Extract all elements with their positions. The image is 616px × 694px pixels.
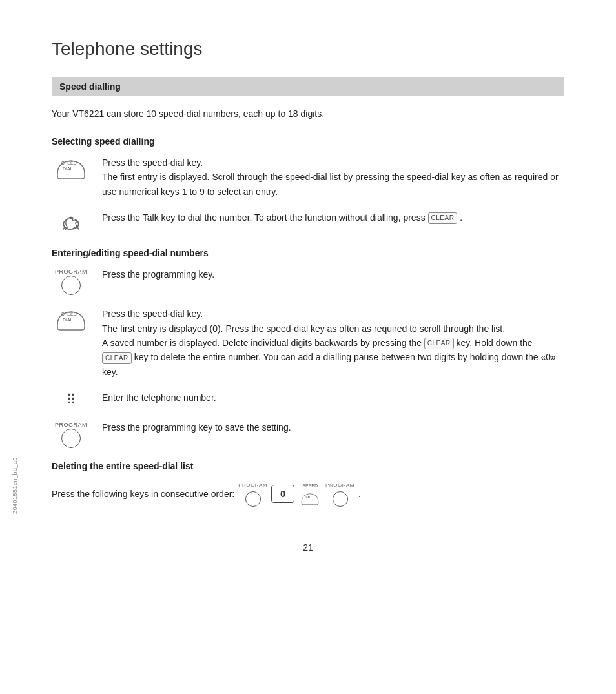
keypad-icon-area: ⠿ xyxy=(52,391,90,409)
svg-text:DIAL: DIAL xyxy=(63,318,73,322)
program-key-1: PROGRAM xyxy=(55,269,87,295)
talk-key-icon-area xyxy=(52,210,90,235)
entering-step4: PROGRAM Press the programming key to sav… xyxy=(52,420,564,448)
selecting-step2-text: Press the Talk key to dial the number. T… xyxy=(102,210,564,225)
program-key-icon-area-1: PROGRAM xyxy=(52,267,90,295)
deleting-speed-dial-key: SPEED DIAL xyxy=(298,482,322,505)
program-circle-2 xyxy=(61,429,81,448)
program-key-label-2: PROGRAM xyxy=(55,422,87,428)
entering-step2-text: Press the speed-dial key. The first entr… xyxy=(102,307,564,379)
deleting-text-post: . xyxy=(358,485,361,503)
speed-dial-key-icon-2: SPEED DIAL xyxy=(55,308,87,331)
section-header: Speed dialling xyxy=(52,77,564,96)
deleting-heading: Deleting the entire speed-dial list xyxy=(52,461,564,471)
entering-heading: Entering/editing speed-dial numbers xyxy=(52,248,564,258)
page-number: 21 xyxy=(52,542,564,553)
page-container: 20401551en_ba_a0 Telephone settings Spee… xyxy=(0,0,616,591)
svg-line-3 xyxy=(63,227,65,230)
program-key-label-1: PROGRAM xyxy=(55,269,87,275)
deleting-section: Deleting the entire speed-dial list Pres… xyxy=(52,461,564,507)
entering-step3-text: Enter the telephone number. xyxy=(102,391,564,405)
deleting-program-key-1: PROGRAM xyxy=(238,480,267,507)
deleting-zero-key: 0 xyxy=(271,485,294,503)
deleting-text-pre: Press the following keys in consecutive … xyxy=(52,485,234,503)
deleting-program-key-2: PROGRAM xyxy=(325,480,354,507)
program-key-icon-area-2: PROGRAM xyxy=(52,420,90,448)
deleting-speed-label: SPEED xyxy=(302,482,318,491)
deleting-speed-dial-svg: DIAL xyxy=(298,491,322,505)
entering-section: Entering/editing speed-dial numbers PROG… xyxy=(52,248,564,448)
svg-text:DIAL: DIAL xyxy=(63,167,73,171)
selecting-section: Selecting speed dialling SPEED DIAL Pres… xyxy=(52,136,564,235)
selecting-step2: Press the Talk key to dial the number. T… xyxy=(52,210,564,235)
deleting-program-label-1: PROGRAM xyxy=(238,480,267,491)
bottom-divider xyxy=(52,533,564,533)
selecting-step1: SPEED DIAL Press the speed-dial key. The… xyxy=(52,156,564,199)
selecting-step1-text: Press the speed-dial key. The first entr… xyxy=(102,156,564,199)
clear-badge-1: CLEAR xyxy=(428,212,458,224)
deleting-program-circle-2 xyxy=(333,491,348,507)
entering-step1-text: Press the programming key. xyxy=(102,267,564,281)
entering-step2: SPEED DIAL Press the speed-dial key. The… xyxy=(52,307,564,379)
selecting-heading: Selecting speed dialling xyxy=(52,136,564,147)
keypad-icon: ⠿ xyxy=(66,392,76,409)
clear-badge-2: CLEAR xyxy=(424,338,454,349)
deleting-text: Press the following keys in consecutive … xyxy=(52,480,564,507)
speed-dial-icon-area-2: SPEED DIAL xyxy=(52,307,90,331)
page-title: Telephone settings xyxy=(52,39,564,59)
talk-key-icon xyxy=(59,212,83,235)
svg-line-4 xyxy=(77,227,79,230)
speed-dial-icon-area: SPEED DIAL xyxy=(52,156,90,180)
speed-dial-key-icon: SPEED DIAL xyxy=(55,157,87,180)
program-key-2: PROGRAM xyxy=(55,422,87,448)
entering-step3: ⠿ Enter the telephone number. xyxy=(52,391,564,409)
clear-badge-3: CLEAR xyxy=(102,352,132,364)
entering-step1: PROGRAM Press the programming key. xyxy=(52,267,564,295)
entering-step4-text: Press the programming key to save the se… xyxy=(102,420,564,434)
svg-text:DIAL: DIAL xyxy=(305,496,311,499)
deleting-program-circle-1 xyxy=(245,491,261,507)
deleting-program-label-2: PROGRAM xyxy=(325,480,354,491)
program-circle-1 xyxy=(61,276,81,295)
intro-text: Your VT6221 can store 10 speed-dial numb… xyxy=(52,107,564,121)
side-label: 20401551en_ba_a0 xyxy=(12,457,18,514)
